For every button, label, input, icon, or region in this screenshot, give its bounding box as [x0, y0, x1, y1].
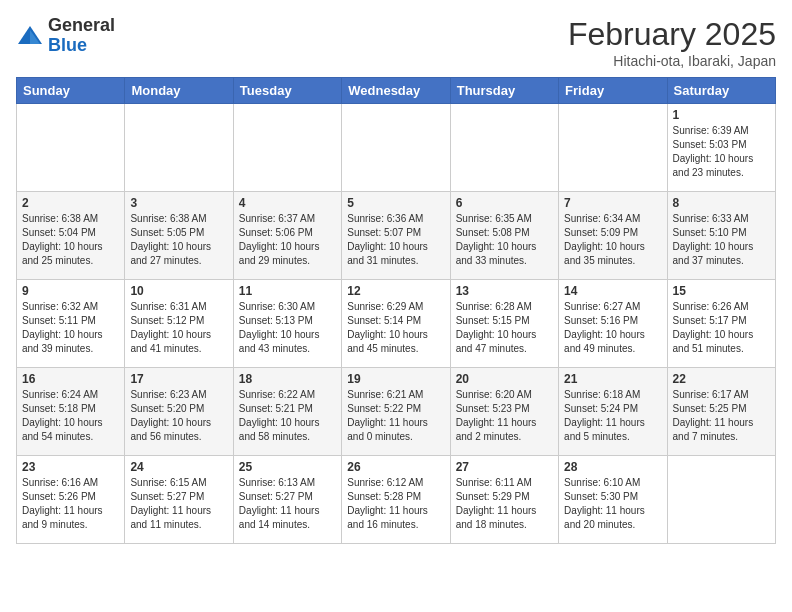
logo-icon [16, 22, 44, 50]
day-info: Sunrise: 6:15 AM Sunset: 5:27 PM Dayligh… [130, 476, 227, 532]
calendar-cell: 8Sunrise: 6:33 AM Sunset: 5:10 PM Daylig… [667, 192, 775, 280]
day-number: 9 [22, 284, 119, 298]
day-number: 25 [239, 460, 336, 474]
calendar-week-2: 2Sunrise: 6:38 AM Sunset: 5:04 PM Daylig… [17, 192, 776, 280]
calendar-week-4: 16Sunrise: 6:24 AM Sunset: 5:18 PM Dayli… [17, 368, 776, 456]
logo: General Blue [16, 16, 115, 56]
day-info: Sunrise: 6:38 AM Sunset: 5:05 PM Dayligh… [130, 212, 227, 268]
day-number: 21 [564, 372, 661, 386]
day-info: Sunrise: 6:11 AM Sunset: 5:29 PM Dayligh… [456, 476, 553, 532]
day-number: 7 [564, 196, 661, 210]
day-info: Sunrise: 6:31 AM Sunset: 5:12 PM Dayligh… [130, 300, 227, 356]
calendar-cell: 2Sunrise: 6:38 AM Sunset: 5:04 PM Daylig… [17, 192, 125, 280]
title-block: February 2025 Hitachi-ota, Ibaraki, Japa… [568, 16, 776, 69]
day-info: Sunrise: 6:22 AM Sunset: 5:21 PM Dayligh… [239, 388, 336, 444]
calendar-cell [450, 104, 558, 192]
day-info: Sunrise: 6:21 AM Sunset: 5:22 PM Dayligh… [347, 388, 444, 444]
day-number: 23 [22, 460, 119, 474]
month-title: February 2025 [568, 16, 776, 53]
calendar-header: SundayMondayTuesdayWednesdayThursdayFrid… [17, 78, 776, 104]
calendar-week-3: 9Sunrise: 6:32 AM Sunset: 5:11 PM Daylig… [17, 280, 776, 368]
weekday-header-sunday: Sunday [17, 78, 125, 104]
calendar-cell [17, 104, 125, 192]
day-info: Sunrise: 6:35 AM Sunset: 5:08 PM Dayligh… [456, 212, 553, 268]
day-info: Sunrise: 6:10 AM Sunset: 5:30 PM Dayligh… [564, 476, 661, 532]
calendar-cell: 24Sunrise: 6:15 AM Sunset: 5:27 PM Dayli… [125, 456, 233, 544]
calendar-cell: 25Sunrise: 6:13 AM Sunset: 5:27 PM Dayli… [233, 456, 341, 544]
day-number: 14 [564, 284, 661, 298]
calendar-cell: 18Sunrise: 6:22 AM Sunset: 5:21 PM Dayli… [233, 368, 341, 456]
day-info: Sunrise: 6:38 AM Sunset: 5:04 PM Dayligh… [22, 212, 119, 268]
weekday-header-wednesday: Wednesday [342, 78, 450, 104]
day-number: 10 [130, 284, 227, 298]
day-number: 16 [22, 372, 119, 386]
day-number: 24 [130, 460, 227, 474]
calendar-cell: 26Sunrise: 6:12 AM Sunset: 5:28 PM Dayli… [342, 456, 450, 544]
logo-text: General Blue [48, 16, 115, 56]
calendar-cell: 12Sunrise: 6:29 AM Sunset: 5:14 PM Dayli… [342, 280, 450, 368]
day-number: 17 [130, 372, 227, 386]
day-info: Sunrise: 6:37 AM Sunset: 5:06 PM Dayligh… [239, 212, 336, 268]
day-info: Sunrise: 6:32 AM Sunset: 5:11 PM Dayligh… [22, 300, 119, 356]
calendar-cell [342, 104, 450, 192]
day-number: 8 [673, 196, 770, 210]
location: Hitachi-ota, Ibaraki, Japan [568, 53, 776, 69]
day-number: 12 [347, 284, 444, 298]
calendar-cell: 3Sunrise: 6:38 AM Sunset: 5:05 PM Daylig… [125, 192, 233, 280]
calendar-cell: 7Sunrise: 6:34 AM Sunset: 5:09 PM Daylig… [559, 192, 667, 280]
day-number: 2 [22, 196, 119, 210]
day-info: Sunrise: 6:26 AM Sunset: 5:17 PM Dayligh… [673, 300, 770, 356]
day-number: 22 [673, 372, 770, 386]
calendar-cell: 28Sunrise: 6:10 AM Sunset: 5:30 PM Dayli… [559, 456, 667, 544]
day-info: Sunrise: 6:34 AM Sunset: 5:09 PM Dayligh… [564, 212, 661, 268]
day-number: 15 [673, 284, 770, 298]
day-number: 13 [456, 284, 553, 298]
day-info: Sunrise: 6:36 AM Sunset: 5:07 PM Dayligh… [347, 212, 444, 268]
day-info: Sunrise: 6:28 AM Sunset: 5:15 PM Dayligh… [456, 300, 553, 356]
calendar-cell: 19Sunrise: 6:21 AM Sunset: 5:22 PM Dayli… [342, 368, 450, 456]
calendar-cell [667, 456, 775, 544]
day-number: 1 [673, 108, 770, 122]
day-info: Sunrise: 6:13 AM Sunset: 5:27 PM Dayligh… [239, 476, 336, 532]
calendar-cell: 16Sunrise: 6:24 AM Sunset: 5:18 PM Dayli… [17, 368, 125, 456]
day-info: Sunrise: 6:29 AM Sunset: 5:14 PM Dayligh… [347, 300, 444, 356]
day-info: Sunrise: 6:18 AM Sunset: 5:24 PM Dayligh… [564, 388, 661, 444]
calendar-week-1: 1Sunrise: 6:39 AM Sunset: 5:03 PM Daylig… [17, 104, 776, 192]
day-number: 6 [456, 196, 553, 210]
day-number: 19 [347, 372, 444, 386]
calendar-cell: 9Sunrise: 6:32 AM Sunset: 5:11 PM Daylig… [17, 280, 125, 368]
day-info: Sunrise: 6:23 AM Sunset: 5:20 PM Dayligh… [130, 388, 227, 444]
calendar-cell: 20Sunrise: 6:20 AM Sunset: 5:23 PM Dayli… [450, 368, 558, 456]
calendar-cell: 5Sunrise: 6:36 AM Sunset: 5:07 PM Daylig… [342, 192, 450, 280]
weekday-header-monday: Monday [125, 78, 233, 104]
day-info: Sunrise: 6:33 AM Sunset: 5:10 PM Dayligh… [673, 212, 770, 268]
day-number: 3 [130, 196, 227, 210]
page-header: General Blue February 2025 Hitachi-ota, … [16, 16, 776, 69]
day-info: Sunrise: 6:39 AM Sunset: 5:03 PM Dayligh… [673, 124, 770, 180]
calendar-cell: 15Sunrise: 6:26 AM Sunset: 5:17 PM Dayli… [667, 280, 775, 368]
logo-general: General [48, 15, 115, 35]
day-info: Sunrise: 6:24 AM Sunset: 5:18 PM Dayligh… [22, 388, 119, 444]
day-number: 26 [347, 460, 444, 474]
svg-marker-1 [30, 30, 40, 44]
calendar-cell: 1Sunrise: 6:39 AM Sunset: 5:03 PM Daylig… [667, 104, 775, 192]
calendar: SundayMondayTuesdayWednesdayThursdayFrid… [16, 77, 776, 544]
weekday-header-thursday: Thursday [450, 78, 558, 104]
logo-blue: Blue [48, 35, 87, 55]
calendar-body: 1Sunrise: 6:39 AM Sunset: 5:03 PM Daylig… [17, 104, 776, 544]
weekday-header-tuesday: Tuesday [233, 78, 341, 104]
day-info: Sunrise: 6:12 AM Sunset: 5:28 PM Dayligh… [347, 476, 444, 532]
day-number: 5 [347, 196, 444, 210]
day-number: 11 [239, 284, 336, 298]
calendar-cell: 27Sunrise: 6:11 AM Sunset: 5:29 PM Dayli… [450, 456, 558, 544]
calendar-cell [233, 104, 341, 192]
day-number: 28 [564, 460, 661, 474]
calendar-cell: 11Sunrise: 6:30 AM Sunset: 5:13 PM Dayli… [233, 280, 341, 368]
day-info: Sunrise: 6:27 AM Sunset: 5:16 PM Dayligh… [564, 300, 661, 356]
day-number: 4 [239, 196, 336, 210]
calendar-week-5: 23Sunrise: 6:16 AM Sunset: 5:26 PM Dayli… [17, 456, 776, 544]
calendar-cell [559, 104, 667, 192]
calendar-cell: 23Sunrise: 6:16 AM Sunset: 5:26 PM Dayli… [17, 456, 125, 544]
day-info: Sunrise: 6:30 AM Sunset: 5:13 PM Dayligh… [239, 300, 336, 356]
weekday-header-friday: Friday [559, 78, 667, 104]
